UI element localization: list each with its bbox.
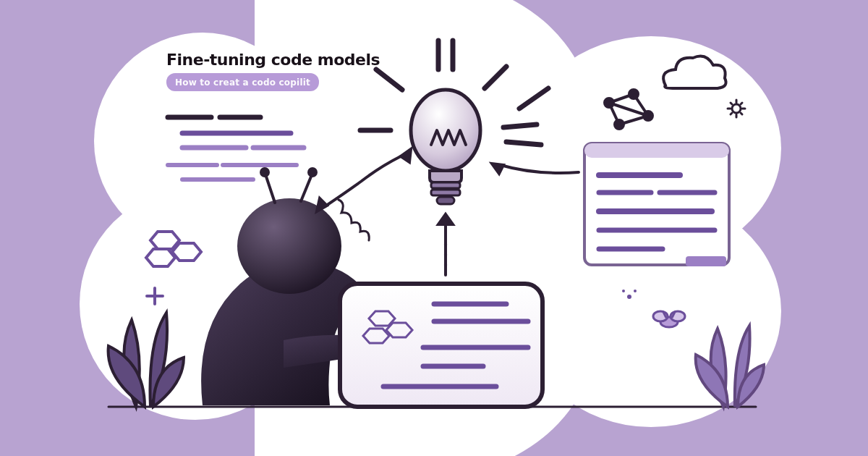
plus-icon bbox=[147, 288, 163, 304]
gear-icon bbox=[728, 100, 745, 117]
svg-line-42 bbox=[506, 142, 541, 145]
cloud-icon bbox=[663, 56, 726, 88]
svg-rect-33 bbox=[431, 182, 460, 188]
svg-point-5 bbox=[309, 169, 316, 176]
illustration-svg bbox=[0, 0, 868, 456]
svg-rect-34 bbox=[431, 190, 460, 195]
antenna-icon bbox=[261, 169, 316, 203]
svg-line-38 bbox=[376, 69, 402, 90]
hexagon-cluster-icon bbox=[146, 232, 201, 266]
plant-right-icon bbox=[696, 326, 764, 407]
svg-point-76 bbox=[627, 295, 631, 299]
svg-point-46 bbox=[444, 253, 447, 256]
svg-point-62 bbox=[732, 104, 741, 113]
code-block-left bbox=[168, 117, 304, 180]
svg-point-77 bbox=[634, 290, 637, 292]
svg-line-2 bbox=[266, 177, 275, 203]
sparkle-icon bbox=[622, 290, 637, 299]
svg-point-32 bbox=[411, 90, 480, 171]
svg-line-69 bbox=[731, 113, 732, 114]
tablet-screen bbox=[340, 284, 542, 407]
hero-illustration: Fine-tuning code models How to creat a c… bbox=[0, 0, 868, 456]
svg-point-0 bbox=[237, 198, 341, 294]
plant-left-icon bbox=[109, 313, 184, 407]
svg-line-43 bbox=[519, 88, 548, 109]
svg-line-68 bbox=[741, 103, 742, 104]
svg-rect-24 bbox=[584, 143, 729, 158]
svg-line-4 bbox=[301, 177, 311, 201]
svg-point-3 bbox=[261, 169, 268, 176]
svg-line-41 bbox=[503, 124, 537, 127]
code-panel-right bbox=[584, 143, 729, 266]
lightbulb-icon bbox=[411, 90, 480, 204]
svg-line-70 bbox=[741, 113, 742, 114]
svg-line-67 bbox=[731, 103, 732, 104]
svg-line-39 bbox=[485, 67, 506, 88]
svg-marker-59 bbox=[146, 249, 175, 266]
svg-point-78 bbox=[622, 290, 625, 292]
svg-rect-31 bbox=[686, 256, 726, 266]
svg-line-54 bbox=[619, 116, 648, 124]
svg-point-47 bbox=[444, 263, 447, 266]
bee-icon bbox=[653, 311, 685, 327]
svg-point-45 bbox=[444, 243, 447, 246]
molecule-icon bbox=[605, 90, 652, 129]
svg-rect-35 bbox=[437, 197, 454, 204]
